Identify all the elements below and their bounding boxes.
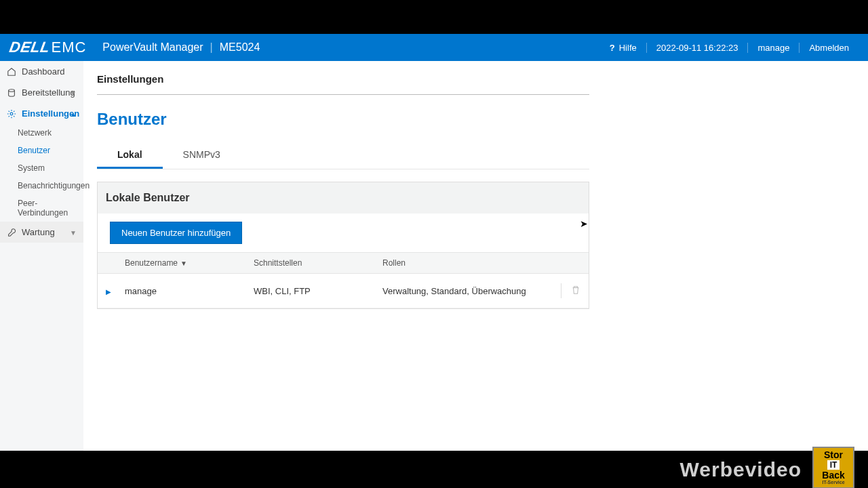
stack-icon: [7, 88, 16, 98]
app-frame: DELL EMC PowerVault Manager | ME5024 ? H…: [0, 34, 868, 451]
sidebar-label: Dashboard: [22, 66, 65, 77]
col-interfaces[interactable]: Schnittstellen: [254, 258, 382, 268]
col-username[interactable]: Benutzername ▼: [125, 258, 254, 268]
chevron-down-icon: ▼: [70, 89, 77, 96]
local-users-panel: Lokale Benutzer Neuen Benutzer hinzufüge…: [97, 182, 589, 309]
header-timestamp: 2022-09-11 16:22:23: [646, 43, 748, 53]
panel-actions: Neuen Benutzer hinzufügen: [98, 214, 589, 252]
brand-logo: DELL EMC: [9, 39, 86, 56]
help-icon: ?: [610, 43, 615, 53]
sidebar: Dashboard Bereitstellung ▼ Einstellungen…: [0, 61, 83, 451]
gear-icon: [7, 109, 16, 119]
svg-point-0: [9, 89, 15, 92]
app-body: Dashboard Bereitstellung ▼ Einstellungen…: [0, 61, 868, 451]
sidebar-item-dashboard[interactable]: Dashboard: [0, 61, 83, 82]
delete-icon[interactable]: [571, 285, 580, 297]
page-title: Benutzer: [97, 110, 589, 129]
table-header: Benutzername ▼ Schnittstellen Rollen: [98, 252, 589, 274]
home-icon: [7, 67, 16, 77]
help-link[interactable]: ? Hilfe: [600, 43, 646, 53]
cell-interfaces: WBI, CLI, FTP: [254, 286, 382, 296]
help-label: Hilfe: [619, 43, 637, 53]
chevron-down-icon: ▼: [70, 228, 77, 236]
cell-roles: Verwaltung, Standard, Überwachung: [382, 286, 549, 296]
sidebar-label: Wartung: [22, 227, 55, 237]
cell-username: manage: [125, 286, 254, 296]
wrench-icon: [7, 228, 16, 237]
tabs: Lokal SNMPv3: [97, 142, 589, 169]
expand-row-icon[interactable]: ▶: [106, 288, 111, 296]
sidebar-sub-peer[interactable]: Peer-Verbindungen: [0, 195, 83, 222]
logo-dell-text: DELL: [8, 39, 52, 56]
sidebar-item-wartung[interactable]: Wartung ▼: [0, 222, 83, 243]
app-header: DELL EMC PowerVault Manager | ME5024 ? H…: [0, 34, 868, 61]
sidebar-item-bereitstellung[interactable]: Bereitstellung ▼: [0, 82, 83, 103]
tab-snmpv3[interactable]: SNMPv3: [163, 142, 241, 169]
row-separator: [561, 283, 561, 298]
panel-title: Lokale Benutzer: [98, 182, 589, 214]
app-name: PowerVault Manager: [102, 41, 203, 54]
device-model: ME5024: [220, 41, 260, 54]
logo-emc-text: EMC: [51, 39, 86, 56]
header-right: ? Hilfe 2022-09-11 16:22:23 manage Abmel…: [600, 43, 859, 53]
add-user-button[interactable]: Neuen Benutzer hinzufügen: [110, 222, 242, 244]
logout-link[interactable]: Abmelden: [799, 43, 859, 53]
sidebar-sub-netzwerk[interactable]: Netzwerk: [0, 124, 83, 142]
main-content: Einstellungen Benutzer Lokal SNMPv3 Loka…: [83, 61, 868, 451]
header-user[interactable]: manage: [747, 43, 799, 53]
tab-lokal[interactable]: Lokal: [97, 142, 163, 169]
sort-desc-icon: ▼: [180, 260, 187, 267]
table-row[interactable]: ▶ manage WBI, CLI, FTP Verwaltung, Stand…: [98, 274, 589, 308]
sidebar-sub-benachrichtigungen[interactable]: Benachrichtigungen: [0, 177, 83, 195]
sidebar-label: Bereitstellung: [22, 87, 75, 98]
header-separator: |: [210, 41, 213, 54]
sidebar-item-einstellungen[interactable]: Einstellungen ▲: [0, 103, 83, 124]
col-roles[interactable]: Rollen: [382, 258, 549, 268]
svg-point-1: [10, 113, 13, 115]
breadcrumb: Einstellungen: [97, 73, 589, 95]
chevron-up-icon: ▲: [70, 110, 77, 117]
video-overlay: Werbevideo Stor IT Back IT-Service: [0, 451, 868, 488]
sidebar-sub-system[interactable]: System: [0, 159, 83, 177]
overlay-badge: Stor IT Back IT-Service: [812, 447, 854, 489]
overlay-text: Werbevideo: [680, 458, 802, 481]
sidebar-sub-benutzer[interactable]: Benutzer: [0, 142, 83, 159]
